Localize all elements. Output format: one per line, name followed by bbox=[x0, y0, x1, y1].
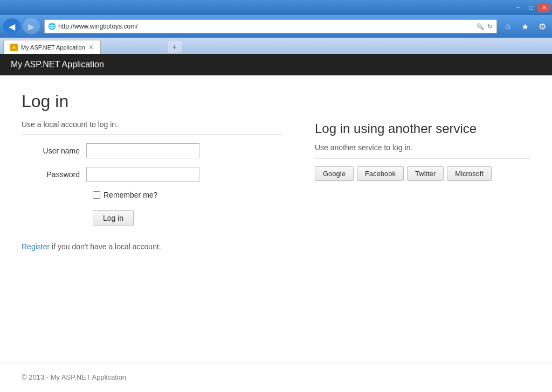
tab-favicon: A bbox=[10, 44, 18, 51]
twitter-button[interactable]: Twitter bbox=[407, 166, 444, 181]
remember-me-group: Remember me? bbox=[93, 191, 282, 199]
left-panel: Use a local account to log in. User name… bbox=[22, 120, 282, 251]
title-bar-controls: ─ □ ✕ bbox=[512, 3, 550, 12]
username-label: User name bbox=[22, 146, 86, 155]
toolbar: ◀ ▶ 🌐 http://www.wingtiptoys.com/ 🔍 ↻ ⌂ … bbox=[0, 15, 552, 38]
new-tab-button[interactable]: + bbox=[168, 41, 182, 53]
username-field-group: User name bbox=[22, 143, 282, 158]
footer-text: © 2013 - My ASP.NET Application bbox=[22, 373, 126, 381]
username-input[interactable] bbox=[86, 143, 199, 158]
remember-me-checkbox[interactable] bbox=[93, 191, 100, 199]
local-account-subtitle: Use a local account to log in. bbox=[22, 120, 282, 135]
password-field-group: Password bbox=[22, 167, 282, 182]
maximize-button[interactable]: □ bbox=[525, 3, 537, 12]
close-button[interactable]: ✕ bbox=[538, 3, 550, 12]
microsoft-button[interactable]: Microsoft bbox=[447, 166, 492, 181]
new-tab-placeholder bbox=[101, 40, 165, 54]
app-footer: © 2013 - My ASP.NET Application bbox=[0, 362, 552, 392]
external-service-desc: Use another service to log in. bbox=[315, 143, 530, 159]
register-section: Register if you don't have a local accou… bbox=[22, 242, 282, 251]
password-label: Password bbox=[22, 170, 86, 179]
toolbar-right: ⌂ ★ ⚙ bbox=[501, 20, 549, 33]
minimize-button[interactable]: ─ bbox=[512, 3, 524, 12]
tab-label: My ASP.NET Application bbox=[21, 44, 85, 51]
settings-icon[interactable]: ⚙ bbox=[536, 20, 549, 33]
browser-window: ─ □ ✕ ◀ ▶ 🌐 http://www.wingtiptoys.com/ … bbox=[0, 0, 552, 392]
title-bar: ─ □ ✕ bbox=[0, 0, 552, 15]
active-tab[interactable]: A My ASP.NET Application ✕ bbox=[3, 40, 101, 54]
address-text: http://www.wingtiptoys.com/ bbox=[58, 23, 475, 30]
tab-close-button[interactable]: ✕ bbox=[88, 44, 94, 51]
register-link[interactable]: Register bbox=[22, 242, 50, 251]
address-actions: 🔍 ↻ bbox=[475, 23, 493, 30]
app-content: Log in Use a local account to log in. Us… bbox=[0, 75, 552, 362]
right-panel: Log in using another service Use another… bbox=[315, 120, 530, 251]
facebook-button[interactable]: Facebook bbox=[357, 166, 404, 181]
address-favicon: 🌐 bbox=[48, 23, 56, 30]
refresh-button[interactable]: ↻ bbox=[486, 23, 493, 30]
social-buttons: Google Facebook Twitter Microsoft bbox=[315, 166, 530, 181]
tab-favicon-icon: A bbox=[12, 45, 16, 50]
register-text: if you don't have a local account. bbox=[52, 242, 161, 251]
back-button[interactable]: ◀ bbox=[3, 18, 20, 34]
remember-me-label[interactable]: Remember me? bbox=[104, 191, 157, 199]
page-layout: Use a local account to log in. User name… bbox=[22, 120, 530, 251]
app-navbar: My ASP.NET Application bbox=[0, 54, 552, 75]
favorites-icon[interactable]: ★ bbox=[519, 20, 532, 33]
app-navbar-title: My ASP.NET Application bbox=[11, 60, 104, 69]
tabs-bar: A My ASP.NET Application ✕ + bbox=[0, 38, 552, 54]
address-bar[interactable]: 🌐 http://www.wingtiptoys.com/ 🔍 ↻ bbox=[44, 19, 497, 33]
login-button[interactable]: Log in bbox=[93, 210, 134, 226]
home-icon[interactable]: ⌂ bbox=[501, 20, 514, 33]
forward-button[interactable]: ▶ bbox=[23, 18, 40, 34]
page-title: Log in bbox=[22, 92, 530, 111]
search-button[interactable]: 🔍 bbox=[475, 23, 485, 30]
google-button[interactable]: Google bbox=[315, 166, 354, 181]
external-service-title: Log in using another service bbox=[315, 120, 530, 137]
password-input[interactable] bbox=[86, 167, 199, 182]
